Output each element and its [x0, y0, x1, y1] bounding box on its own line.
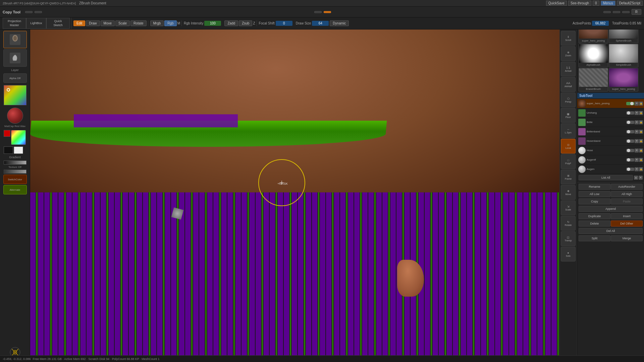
- color-picker[interactable]: [4, 85, 26, 105]
- list-down-icon[interactable]: ▼: [639, 176, 643, 180]
- subtool-item-2[interactable]: Brille 👁 🔒: [577, 118, 644, 127]
- subtool-toggle-5[interactable]: [626, 149, 634, 152]
- menus-btn[interactable]: Menus: [601, 1, 615, 6]
- poly-fill-btn[interactable]: □ PolyF: [561, 154, 576, 169]
- subtool-lock-4[interactable]: 🔒: [639, 139, 643, 143]
- gradient-bar[interactable]: [4, 161, 26, 165]
- frame-btn[interactable]: ⊞ Frame: [561, 170, 576, 184]
- brush-tool-btn[interactable]: [3, 31, 27, 48]
- zsub-btn[interactable]: Zsub: [239, 20, 252, 26]
- mask-brush-btn[interactable]: [3, 49, 27, 67]
- split-btn[interactable]: Split: [579, 235, 610, 241]
- subtool-eye-7[interactable]: 👁: [635, 167, 639, 171]
- subtool-toggle-1[interactable]: [626, 111, 634, 115]
- import-btn[interactable]: [25, 11, 33, 13]
- see-through-btn[interactable]: See-through: [568, 1, 591, 6]
- solo-btn[interactable]: ● Solo: [561, 247, 576, 261]
- floor-btn[interactable]: ▦ Floor: [561, 108, 576, 123]
- subtool-lock-1[interactable]: 🔒: [639, 111, 643, 115]
- list-all-btn[interactable]: List All: [579, 175, 633, 180]
- actual-btn[interactable]: 1:1 Actual: [561, 62, 576, 76]
- alternate-btn[interactable]: Alternate: [3, 185, 27, 194]
- subtool-item-5[interactable]: Hose 👁 🔒: [577, 146, 644, 155]
- subtool-toggle-6[interactable]: [626, 158, 634, 162]
- quicksave-btn[interactable]: QuickSave: [546, 1, 567, 6]
- scroll-btn[interactable]: ⇕ Scroll: [561, 31, 576, 46]
- rotate-btn[interactable]: Rotate: [130, 20, 146, 26]
- aahalf-btn[interactable]: AA AAHalf: [561, 77, 576, 92]
- thumb-eraser-brush[interactable]: EraserBrush: [579, 68, 608, 92]
- duplicate-btn[interactable]: Duplicate: [579, 213, 610, 219]
- subtool-item-6[interactable]: Augentf 👁 🔒: [577, 155, 644, 165]
- focal-shift-val[interactable]: 0: [276, 21, 292, 26]
- subtool-eye-4[interactable]: 👁: [635, 139, 639, 143]
- subtool-lock-6[interactable]: 🔒: [639, 158, 643, 162]
- r-btn[interactable]: R: [632, 9, 641, 15]
- subtool-eye-3[interactable]: 👁: [635, 130, 639, 134]
- subtool-paste-btn[interactable]: Paste: [611, 198, 643, 204]
- clone-btn[interactable]: [314, 11, 322, 13]
- append-btn[interactable]: Append: [579, 206, 643, 212]
- subtool-toggle-7[interactable]: [626, 168, 634, 171]
- mrgb-btn[interactable]: Mrgb: [150, 20, 164, 26]
- visible-btn[interactable]: [622, 11, 630, 13]
- main-canvas[interactable]: +MASK: [30, 29, 577, 355]
- draw-size-val[interactable]: 64: [312, 21, 329, 26]
- subtool-item-7[interactable]: Augen 👁 🔒: [577, 165, 644, 174]
- delete-btn[interactable]: Delete: [579, 221, 610, 227]
- subtool-lock-2[interactable]: 🔒: [639, 120, 643, 124]
- subtool-eye-0[interactable]: 👁: [635, 102, 639, 106]
- thumb-alpha-brush[interactable]: AlphaBrush: [579, 44, 608, 67]
- all-btn[interactable]: [613, 11, 620, 13]
- subtool-lock-0[interactable]: 🔒: [639, 102, 643, 106]
- hsb-picker[interactable]: [11, 130, 26, 145]
- goz-btn[interactable]: [603, 11, 611, 13]
- all-high-btn[interactable]: All High: [611, 191, 643, 197]
- list-up-icon[interactable]: ▲: [634, 176, 638, 180]
- scale-btn[interactable]: Scale: [115, 20, 130, 26]
- dynamic-btn[interactable]: Dynamic: [330, 20, 349, 26]
- subtool-lock-3[interactable]: 🔒: [639, 130, 643, 134]
- see-through-val[interactable]: 0: [593, 1, 599, 6]
- switch-color-btn[interactable]: SwitchColor: [3, 175, 27, 184]
- all-low-btn[interactable]: All Low: [579, 191, 610, 197]
- export-btn[interactable]: [35, 11, 42, 13]
- subtool-eye-2[interactable]: 👁: [635, 120, 639, 124]
- material-ball[interactable]: [7, 108, 23, 124]
- subtool-item-4[interactable]: Hosenband 👁 🔒: [577, 136, 644, 146]
- rotate-tool-btn[interactable]: ↻ Rotate: [561, 216, 576, 231]
- subtool-toggle-4[interactable]: [626, 139, 634, 143]
- transp-btn[interactable]: ◫ Transp: [561, 231, 576, 246]
- move-btn[interactable]: Move: [101, 20, 115, 26]
- subtool-toggle-0[interactable]: [626, 102, 634, 105]
- subtool-toggle-2[interactable]: [626, 121, 634, 124]
- white-swatch[interactable]: [14, 146, 23, 154]
- default-zscript-btn[interactable]: DefaultZScript: [617, 1, 643, 6]
- l-sym-btn[interactable]: ↔ L.Sym: [561, 123, 576, 138]
- subtool-toggle-3[interactable]: [626, 130, 634, 133]
- projection-master-btn[interactable]: Projection Master: [3, 18, 26, 29]
- make-polymesh-btn[interactable]: [324, 11, 331, 13]
- red-swatch[interactable]: [4, 130, 10, 137]
- subtool-item-3[interactable]: Brillenband 👁 🔒: [577, 127, 644, 136]
- draw-btn[interactable]: Draw: [86, 20, 100, 26]
- thumb-simple-brush[interactable]: SimpleBrush: [609, 44, 638, 67]
- subtool-item-0[interactable]: super_hero_posing 👁 🔒: [577, 99, 644, 108]
- del-other-btn[interactable]: Del Other: [611, 221, 643, 227]
- persp-btn[interactable]: ⬡ Persp: [561, 93, 576, 107]
- del-all-btn[interactable]: Del All: [579, 228, 643, 234]
- edit-btn[interactable]: Edit: [73, 20, 85, 26]
- insert-btn[interactable]: Insert: [611, 213, 643, 219]
- subtool-eye-1[interactable]: 👁: [635, 111, 639, 115]
- move-tool-btn[interactable]: ✥ Move: [561, 185, 576, 200]
- texture-bar[interactable]: [4, 170, 26, 174]
- zoom-btn[interactable]: ⊕ Zoom: [561, 46, 576, 61]
- subtool-lock-7[interactable]: 🔒: [639, 167, 643, 171]
- zadd-btn[interactable]: Zadd: [224, 20, 238, 26]
- alpha-off-btn[interactable]: Alpha Off: [3, 73, 27, 83]
- rgb-intensity-val[interactable]: 100: [204, 21, 221, 26]
- subtool-eye-6[interactable]: 👁: [635, 158, 639, 162]
- scale-tool-btn[interactable]: ⇲ Scale: [561, 200, 576, 215]
- rename-btn[interactable]: Rename: [579, 184, 610, 190]
- local-btn[interactable]: ⊡ Local: [561, 139, 576, 154]
